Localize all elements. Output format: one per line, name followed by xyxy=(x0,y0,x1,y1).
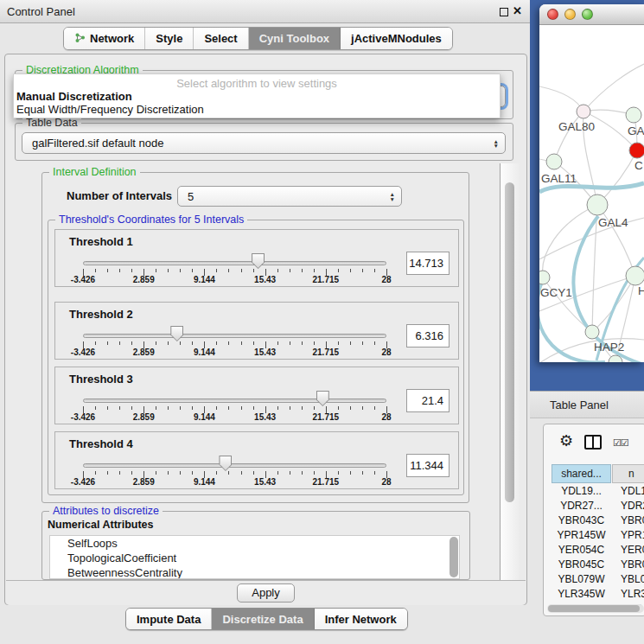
apply-button[interactable]: Apply xyxy=(237,583,295,603)
tab-style[interactable]: Style xyxy=(145,28,194,49)
network-node-gal80[interactable] xyxy=(577,105,590,118)
network-node-gal11[interactable] xyxy=(546,154,562,169)
float-window-icon[interactable] xyxy=(500,8,508,16)
table-row[interactable]: YDR27...YDR2 xyxy=(552,498,644,513)
cell-shared-name: YBR043C xyxy=(552,514,611,526)
slider-handle[interactable] xyxy=(219,456,232,471)
node-table-rows: YDL19...YDL1YDR27...YDR2YBR043CYBR0YPR14… xyxy=(552,483,644,605)
bottom-tab-bar: Impute DataDiscretize DataInfer Network xyxy=(125,608,408,630)
slider-tick xyxy=(374,406,375,410)
slider-track[interactable] xyxy=(83,463,386,468)
attribute-item-topologicalcoefficient[interactable]: TopologicalCoefficient xyxy=(50,551,459,565)
slider-track[interactable] xyxy=(83,399,386,403)
table-row[interactable]: YBR043CYBR0 xyxy=(552,513,644,527)
slider-handle[interactable] xyxy=(252,253,265,269)
column-header-name[interactable]: n xyxy=(612,464,644,483)
slider-scale-label: 28 xyxy=(381,477,391,487)
table-hscrollbar-track[interactable] xyxy=(547,604,644,613)
slider-tick xyxy=(131,471,132,475)
threshold-value-field[interactable]: 11.344 xyxy=(406,454,450,477)
network-node-gcy1[interactable] xyxy=(539,271,550,284)
cell-shared-name: YLR345W xyxy=(552,588,611,600)
tab-impute-data[interactable]: Impute Data xyxy=(126,609,212,629)
threshold-panel-2: Threshold 2-3.4262.8599.14415.4321.71528… xyxy=(54,302,459,360)
cell-shared-name: YDL19... xyxy=(552,485,611,497)
settings-scrollbar-track[interactable] xyxy=(500,163,520,580)
stepper-arrows-icon: ▲▼ xyxy=(494,138,499,148)
network-node-h[interactable] xyxy=(626,266,644,285)
slider-tick xyxy=(216,406,217,410)
table-hscrollbar-thumb[interactable] xyxy=(548,605,640,612)
tab-select[interactable]: Select xyxy=(194,28,248,49)
slider-track[interactable] xyxy=(83,334,386,338)
slider-tick xyxy=(290,269,290,272)
slider-scale-label: 28 xyxy=(381,275,391,284)
table-data-combo[interactable]: galFiltered.sif default node ▲▼ xyxy=(22,132,506,154)
settings-scrollbar-thumb[interactable] xyxy=(505,182,514,502)
tab-network[interactable]: Network xyxy=(64,28,145,49)
close-icon[interactable]: ✕ xyxy=(513,4,522,17)
slider-handle[interactable] xyxy=(316,391,329,406)
slider-tick xyxy=(180,471,181,475)
slider-scale-label: 21.715 xyxy=(313,477,340,487)
threshold-panel-3: Threshold 3-3.4262.8599.14415.4321.71528… xyxy=(54,367,459,424)
slider-tick xyxy=(168,269,169,272)
threshold-label: Threshold 4 xyxy=(69,437,133,450)
dropdown-option-manual-discretization[interactable]: Manual Discretization xyxy=(16,90,132,103)
threshold-coordinates-group: Threshold's Coordinates for 5 Intervals … xyxy=(48,220,464,495)
tab-infer-network[interactable]: Infer Network xyxy=(315,609,407,629)
slider-scale-label: 21.715 xyxy=(313,348,340,357)
threshold-value-field[interactable]: 6.316 xyxy=(406,324,450,348)
checkboxes-icon[interactable]: ☑☑ xyxy=(613,437,628,449)
slider-tick xyxy=(119,471,120,475)
slider-handle[interactable] xyxy=(170,326,183,341)
tab-jactivemnodules[interactable]: jActiveMNodules xyxy=(341,28,452,49)
attribute-item-selfloops[interactable]: SelfLoops xyxy=(50,536,459,551)
slider-tick xyxy=(95,341,96,345)
slider-tick xyxy=(338,269,339,272)
threshold-value-field[interactable]: 21.4 xyxy=(406,389,450,412)
cell-name: YBL0 xyxy=(611,573,644,585)
split-columns-icon[interactable] xyxy=(584,435,602,450)
table-row[interactable]: YBL079WYBL0 xyxy=(552,571,644,586)
table-row[interactable]: YLR345WYLR3 xyxy=(552,586,644,601)
slider-tick xyxy=(277,341,278,345)
interval-definition-group: Interval Definition Number of Intervals … xyxy=(41,172,469,503)
top-tab-bar: NetworkStyleSelectCyni ToolboxjActiveMNo… xyxy=(63,27,453,50)
zoom-traffic-light[interactable] xyxy=(582,9,593,20)
dropdown-option-equal-width-frequency-discretization[interactable]: Equal Width/Frequency Discretization xyxy=(16,103,204,116)
network-edge xyxy=(543,205,597,277)
network-node-ga[interactable] xyxy=(626,107,641,123)
numerical-attributes-list: SelfLoopsTopologicalCoefficientBetweenne… xyxy=(49,535,460,579)
close-traffic-light[interactable] xyxy=(547,9,558,20)
tab-discretize-data[interactable]: Discretize Data xyxy=(212,609,314,629)
table-row[interactable]: YBR045CYBR0 xyxy=(552,557,644,571)
algorithm-dropdown-popup: Select algorithm to view settings Manual… xyxy=(13,73,501,118)
network-node-c[interactable] xyxy=(629,143,644,158)
slider-track[interactable] xyxy=(83,261,386,265)
apply-row: Apply xyxy=(6,580,526,605)
threshold-value-field[interactable]: 14.713 xyxy=(406,252,450,275)
attribute-item-betweennesscentrality[interactable]: BetweennessCentrality xyxy=(50,565,459,579)
network-node-hap2[interactable] xyxy=(585,325,599,339)
cell-name: YLR3 xyxy=(611,588,644,600)
table-row[interactable]: YDL19...YDL1 xyxy=(552,483,644,498)
attributes-scrollbar[interactable] xyxy=(450,537,458,577)
tab-cyni-toolbox[interactable]: Cyni Toolbox xyxy=(249,28,341,49)
table-row[interactable]: YPR145WYPR1 xyxy=(552,527,644,542)
network-node-gal4[interactable] xyxy=(587,194,608,215)
threshold-panel-4: Threshold 4-3.4262.8599.14415.4321.71528… xyxy=(54,431,459,489)
column-header-shared[interactable]: shared... xyxy=(552,464,611,483)
slider-scale-label: 9.144 xyxy=(194,477,215,487)
slider-scale-label: 9.144 xyxy=(194,412,215,422)
gear-icon[interactable]: ⚙ xyxy=(559,431,573,450)
slider-tick xyxy=(253,471,254,475)
table-row[interactable]: YER054CYER0 xyxy=(552,542,644,557)
minimize-traffic-light[interactable] xyxy=(564,9,576,20)
slider-scale-label: 2.859 xyxy=(133,348,155,357)
number-of-intervals-combo[interactable]: 5 ▲▼ xyxy=(177,186,402,207)
threshold-label: Threshold 1 xyxy=(69,235,133,248)
network-canvas[interactable]: GAL80GACGAL11GAL4GCY1HHAP2 xyxy=(539,25,644,362)
slider-tick xyxy=(131,269,132,272)
slider-tick xyxy=(192,406,193,410)
